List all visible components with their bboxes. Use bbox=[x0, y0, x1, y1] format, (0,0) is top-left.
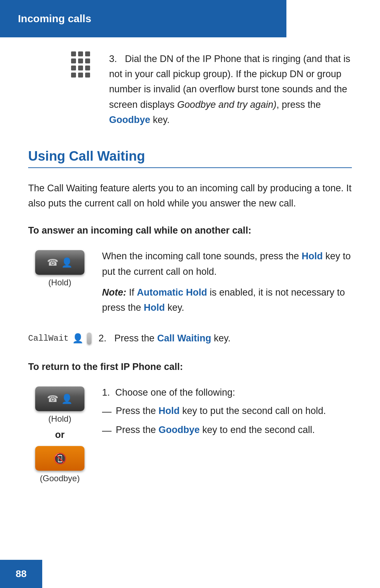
callwait-row: CallWait 👤 2. Press the Call Waiting key… bbox=[28, 331, 352, 346]
return-step1-intro: 1. Choose one of the following: bbox=[102, 385, 352, 400]
hold-link-note: Hold bbox=[144, 302, 165, 313]
page-number: 88 bbox=[15, 568, 26, 580]
callwait-step-text: 2. Press the Call Waiting key. bbox=[99, 331, 352, 346]
step1-answer-block: ☎ 👤 (Hold) When the incoming call tone s… bbox=[28, 249, 352, 315]
step3-number: 3. bbox=[109, 54, 117, 64]
hold-key-button-return: ☎ 👤 bbox=[35, 386, 84, 411]
callwait-label: CallWait bbox=[28, 334, 69, 343]
section-heading: Using Call Waiting bbox=[28, 149, 352, 168]
keypad-icon bbox=[63, 51, 99, 78]
person-icon-hold-return: 👤 bbox=[61, 394, 72, 404]
callwait-button-graphic bbox=[87, 333, 91, 345]
bullet-item-goodbye: — Press the Goodbye key to end the secon… bbox=[102, 423, 352, 438]
return-subheading: To return to the first IP Phone call: bbox=[28, 361, 352, 372]
note-block: Note: If Automatic Hold is enabled, it i… bbox=[102, 285, 352, 315]
step1-para: When the incoming call tone sounds, pres… bbox=[102, 249, 352, 279]
hold-link-step1: Hold bbox=[302, 251, 323, 261]
automatic-hold-link: Automatic Hold bbox=[137, 287, 207, 298]
callwait-person-icon: 👤 bbox=[72, 333, 83, 344]
header-bar: Incoming calls bbox=[0, 0, 286, 37]
hold-key-label: (Hold) bbox=[48, 278, 71, 287]
goodbye-link-bullet2: Goodbye bbox=[159, 425, 200, 435]
phone-icon-hold-return: ☎ bbox=[47, 394, 58, 404]
hold-key-label-return: (Hold) bbox=[48, 414, 71, 424]
bullet-goodbye-text: Press the Goodbye key to end the second … bbox=[116, 423, 315, 438]
return-step-block: ☎ 👤 (Hold) or 📵 (Goodbye) 1. Choose one … bbox=[28, 385, 352, 483]
page-header-title: Incoming calls bbox=[18, 13, 91, 25]
hold-key-icon-group: ☎ 👤 (Hold) bbox=[28, 249, 91, 287]
goodbye-link-step3: Goodbye bbox=[109, 114, 150, 125]
bullet-item-hold: — Press the Hold key to put the second c… bbox=[102, 404, 352, 419]
return-icon-group: ☎ 👤 (Hold) or 📵 (Goodbye) bbox=[28, 385, 91, 483]
step1-answer-text: When the incoming call tone sounds, pres… bbox=[102, 249, 352, 315]
phone-icon-hold: ☎ bbox=[47, 257, 58, 268]
goodbye-key-button: 📵 bbox=[35, 446, 84, 471]
phone-end-icon: 📵 bbox=[53, 452, 66, 465]
answer-subheading: To answer an incoming call while on anot… bbox=[28, 225, 352, 236]
bullet-dash-1: — bbox=[102, 404, 112, 419]
step3-end: key. bbox=[150, 114, 170, 125]
callwait-icon-group: CallWait 👤 bbox=[28, 333, 91, 345]
step3-block: 3. Dial the DN of the IP Phone that is r… bbox=[28, 51, 352, 128]
note-label: Note: bbox=[102, 287, 126, 298]
step3-content: 3. Dial the DN of the IP Phone that is r… bbox=[109, 51, 352, 128]
return-bullet-list: — Press the Hold key to put the second c… bbox=[102, 404, 352, 438]
hold-link-bullet1: Hold bbox=[159, 406, 180, 416]
bullet-hold-text: Press the Hold key to put the second cal… bbox=[116, 404, 326, 419]
call-waiting-link: Call Waiting bbox=[157, 333, 211, 343]
person-icon-hold: 👤 bbox=[61, 257, 72, 268]
hold-key-button: ☎ 👤 bbox=[35, 250, 84, 275]
goodbye-key-label: (Goodbye) bbox=[40, 474, 80, 483]
main-content: 3. Dial the DN of the IP Phone that is r… bbox=[0, 37, 380, 513]
step3-italic: Goodbye and try again) bbox=[177, 99, 277, 110]
section-intro: The Call Waiting feature alerts you to a… bbox=[28, 181, 352, 211]
page-footer: 88 bbox=[0, 560, 42, 588]
or-label: or bbox=[55, 429, 65, 440]
return-step-text: 1. Choose one of the following: — Press … bbox=[102, 385, 352, 442]
step3-text-after: , press the bbox=[277, 99, 321, 110]
bullet-dash-2: — bbox=[102, 423, 112, 438]
step3-text: 3. Dial the DN of the IP Phone that is r… bbox=[109, 51, 352, 128]
